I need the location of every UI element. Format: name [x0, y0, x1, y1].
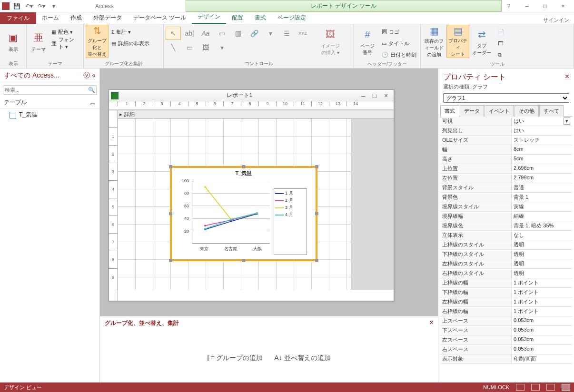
search-input[interactable] — [3, 86, 87, 94]
propsheet-close-icon[interactable]: × — [565, 72, 569, 82]
qat-save-icon[interactable]: 💾 — [11, 1, 22, 11]
prop-row[interactable]: 境界線スタイル実線 — [440, 202, 572, 212]
maximize-button[interactable]: □ — [538, 1, 552, 11]
image-control-icon[interactable]: 🖼 — [198, 41, 213, 54]
logo-button[interactable]: 🞖ロゴ — [380, 27, 418, 37]
prop-tab-format[interactable]: 書式 — [440, 105, 459, 117]
nav-section-tables[interactable]: テーブル︽ — [0, 97, 99, 109]
link-control-icon[interactable]: 🔗 — [247, 27, 262, 40]
tab-home[interactable]: ホーム — [36, 12, 65, 24]
fonts-button[interactable]: 亜フォント ▾ — [49, 38, 81, 49]
insert-image-button[interactable]: 🖼イメージ の挿入 ▾ — [319, 25, 342, 58]
prop-row[interactable]: 上枠線の幅1 ポイント — [440, 278, 572, 288]
rect-control-icon[interactable]: ▭ — [182, 41, 197, 54]
prop-row[interactable]: 右枠線のスタイル透明 — [440, 269, 572, 278]
nav-dropdown-icon[interactable]: ⓥ « — [83, 71, 96, 80]
tools-extra3[interactable]: ⧉ — [496, 49, 506, 60]
nav-title[interactable]: すべての Access... — [4, 71, 59, 80]
tools-extra1[interactable]: 📄 — [496, 27, 506, 37]
horizontal-ruler[interactable]: 1234567891011121314 — [109, 101, 394, 110]
chart-object[interactable]: T_気温 20406080100 東京名古屋大阪 1 月2 月3 月4 月 — [170, 166, 317, 261]
doc-max-button[interactable]: □ — [369, 92, 380, 99]
help-button[interactable]: ? — [502, 1, 516, 11]
prop-row[interactable]: 可視はい▾ — [440, 117, 572, 126]
prop-row[interactable]: 背景色背景 1 — [440, 193, 572, 202]
section-detail[interactable]: ▸詳細 — [118, 110, 394, 118]
nav-search[interactable]: 🔍 — [3, 85, 97, 95]
view-button[interactable]: ▣表示 — [2, 25, 24, 58]
nav-item-t-kion[interactable]: T_気温 — [0, 109, 99, 121]
prop-row[interactable]: 上位置2.698cm — [440, 164, 572, 174]
combo-control-icon[interactable]: ▾ — [263, 27, 278, 40]
prop-row[interactable]: 上枠線のスタイル透明 — [440, 240, 572, 250]
prop-row[interactable]: 左スペース0.053cm — [440, 335, 572, 345]
tab-external[interactable]: 外部データ — [88, 12, 128, 24]
detail-grid[interactable]: T_気温 20406080100 東京名古屋大阪 1 月2 月3 月4 月 — [118, 118, 394, 290]
signin-link[interactable]: サインイン — [543, 17, 574, 24]
tab-format[interactable]: 書式 — [249, 12, 272, 24]
minimize-button[interactable]: – — [520, 1, 534, 11]
theme-button[interactable]: 亜テーマ — [29, 25, 49, 58]
select-control-icon[interactable]: ↖ — [166, 27, 181, 40]
doc-min-button[interactable]: – — [357, 92, 369, 99]
add-existing-fields-button[interactable]: ▦既存のフィールド の追加 — [423, 25, 445, 58]
add-sort-button[interactable]: A↓ 並べ替えの追加 — [274, 354, 330, 362]
prop-row[interactable]: 境界線色背景 1, 暗め 35% — [440, 221, 572, 231]
tab-order-button[interactable]: ⇄タブ オーダー — [470, 25, 493, 58]
collapse-icon[interactable]: ︽ — [90, 98, 96, 107]
tab-create[interactable]: 作成 — [65, 12, 88, 24]
close-button[interactable]: × — [556, 1, 570, 11]
tools-extra2[interactable]: 🗔 — [496, 38, 506, 49]
prop-row[interactable]: 左枠線のスタイル透明 — [440, 259, 572, 269]
prop-row[interactable]: 下スペース0.053cm — [440, 326, 572, 335]
datetime-button[interactable]: 🕒日付と時刻 — [380, 49, 418, 60]
add-group-button[interactable]: ⟦≡ グループの追加 — [207, 354, 263, 362]
section-toggle-icon[interactable]: ▸ — [119, 111, 122, 118]
textbox-control-icon[interactable]: ab| — [182, 27, 197, 40]
prop-tab-all[interactable]: すべて — [539, 105, 564, 117]
prop-row[interactable]: 列見出しはい — [440, 126, 572, 136]
property-sheet-button[interactable]: ▤プロパティ シート — [446, 25, 469, 58]
tab-pagesetup[interactable]: ページ設定 — [272, 12, 312, 24]
prop-row[interactable]: 立体表示なし — [440, 231, 572, 240]
prop-tab-data[interactable]: データ — [460, 105, 484, 117]
view-design-icon[interactable] — [562, 384, 570, 391]
prop-row[interactable]: 境界線幅細線 — [440, 212, 572, 221]
prop-row[interactable]: 左枠線の幅1 ポイント — [440, 297, 572, 307]
prop-row[interactable]: 高さ5cm — [440, 155, 572, 164]
controls-gallery[interactable]: ↖ ab| Aa ▭ ▥ 🔗 ▾ ☰ XYZ ╲ ▭ 🖼 ▾ — [166, 25, 318, 54]
title-button[interactable]: ▭タイトル — [380, 38, 418, 49]
label-control-icon[interactable]: Aa — [198, 27, 213, 40]
prop-row[interactable]: 右枠線の幅1 ポイント — [440, 307, 572, 316]
totals-button[interactable]: Σ 集計 ▾ — [109, 27, 151, 37]
line-control-icon[interactable]: ╲ — [166, 41, 181, 54]
tab-file[interactable]: ファイル — [0, 12, 36, 24]
hide-details-button[interactable]: ▤詳細の非表示 — [109, 38, 151, 49]
search-icon[interactable]: 🔍 — [87, 87, 96, 93]
colors-button[interactable]: ▦配色 ▾ — [49, 27, 81, 37]
design-canvas[interactable]: ▸詳細 T_気温 204060801 — [118, 110, 394, 301]
prop-tab-event[interactable]: イベント — [485, 105, 514, 117]
prop-row[interactable]: 幅8cm — [440, 145, 572, 155]
prop-row[interactable]: OLEサイズストレッチ — [440, 136, 572, 145]
view-print-icon[interactable] — [531, 384, 540, 391]
view-report-icon[interactable] — [516, 384, 525, 391]
property-grid[interactable]: 可視はい▾列見出しはいOLEサイズストレッチ幅8cm高さ5cm上位置2.698c… — [440, 117, 572, 382]
list-control-icon[interactable]: ☰ — [279, 27, 294, 40]
view-layout-icon[interactable] — [546, 384, 555, 391]
qat-redo-icon[interactable]: ↷▾ — [36, 1, 47, 11]
group-sort-button[interactable]: ⇅グループ化と 並べ替え — [86, 25, 109, 58]
qat-customize-icon[interactable]: ▾ — [49, 1, 59, 11]
prop-tab-other[interactable]: その他 — [515, 105, 539, 117]
prop-row[interactable]: 上スペース0.053cm — [440, 316, 572, 326]
prop-row[interactable]: 下枠線のスタイル透明 — [440, 250, 572, 259]
vertical-ruler[interactable]: 123456789 — [109, 110, 118, 301]
prop-row[interactable]: 表示対象印刷/画面 — [440, 354, 572, 364]
pane-close-icon[interactable]: × — [430, 319, 433, 327]
tab-dbtools[interactable]: データベース ツール — [128, 12, 192, 24]
button-control-icon[interactable]: ▭ — [214, 27, 229, 40]
prop-row[interactable]: 下枠線の幅1 ポイント — [440, 288, 572, 297]
more-controls-icon[interactable]: ▾ — [214, 41, 229, 54]
qat-undo-icon[interactable]: ↶▾ — [24, 1, 34, 11]
doc-close-button[interactable]: × — [380, 92, 392, 99]
